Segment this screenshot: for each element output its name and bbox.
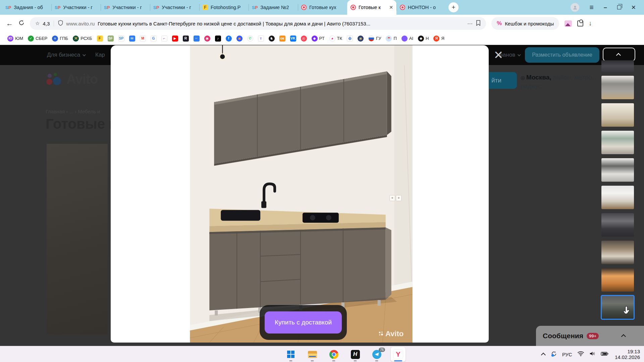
extensions-icon[interactable]: [577, 20, 583, 26]
gallery-thumbnail-6[interactable]: [601, 186, 634, 209]
telegram-icon[interactable]: 76: [369, 347, 384, 362]
tab-avito-active[interactable]: Готовые к✕: [347, 0, 396, 15]
bookmark-rutube[interactable]: R: [183, 36, 189, 42]
shield-icon[interactable]: [58, 20, 63, 27]
mailru-icon: ··: [194, 36, 200, 42]
browser-menu-icon[interactable]: ≡: [589, 3, 593, 11]
bookmark-vk[interactable]: VK: [290, 36, 296, 42]
tab-fotohosting[interactable]: FFotohosting.Р: [199, 0, 249, 15]
new-tab-button[interactable]: +: [448, 2, 459, 12]
bookmark-twitch[interactable]: ⌐: [161, 36, 167, 42]
bookmark-emblem[interactable]: ◉: [358, 36, 364, 42]
battery-icon[interactable]: [601, 351, 608, 357]
bookmark-instagram[interactable]: ◉: [204, 36, 210, 42]
lightbox-close-icon[interactable]: ✕: [491, 48, 506, 62]
bookmark-gazprombank[interactable]: ≈ГПБ: [52, 36, 68, 42]
start-button[interactable]: [283, 347, 298, 362]
tab-members-2[interactable]: SPУчастники - г: [101, 0, 150, 15]
search-submit-button[interactable]: йти: [489, 72, 517, 89]
bookmark-youtube[interactable]: ▶: [172, 36, 178, 42]
bookmark-tk[interactable]: ◕ТК: [329, 36, 342, 42]
bookmark-yoomoney[interactable]: ЮЮМ: [7, 36, 23, 42]
post-ad-button[interactable]: Разместить объявление: [525, 47, 599, 63]
bookmark-mail-blue[interactable]: ✉: [129, 36, 135, 42]
bookmark-n-star[interactable]: ◆Н: [418, 36, 429, 42]
bookmark-fotohosting[interactable]: F: [97, 36, 103, 42]
wifi-icon[interactable]: [577, 351, 584, 358]
bookmark-mailru[interactable]: ··: [194, 36, 200, 42]
minimize-icon[interactable]: –: [604, 4, 607, 11]
bookmark-bird-black[interactable]: ♞: [269, 36, 275, 42]
rating-star-icon[interactable]: ☆: [35, 20, 40, 26]
nav-for-business[interactable]: Для бизнеса: [47, 52, 85, 58]
sync-icon[interactable]: [551, 351, 557, 358]
bookmark-rshb[interactable]: ЖРСХБ: [73, 36, 92, 42]
omnibox-more-icon[interactable]: ⋯: [467, 20, 473, 27]
bookmark-rt[interactable]: ◆РТ: [312, 36, 325, 42]
bookmark-gosuslugi[interactable]: ГУ: [368, 36, 381, 42]
reload-icon[interactable]: [18, 19, 24, 27]
file-explorer-icon[interactable]: [305, 347, 320, 362]
tab-tasks[interactable]: SPЗадания - об: [2, 0, 51, 15]
profile-avatar[interactable]: [571, 3, 579, 12]
h-app-icon[interactable]: H: [348, 347, 363, 362]
back-icon[interactable]: ←: [6, 19, 13, 27]
tab-members-3[interactable]: SPУчастники - г: [150, 0, 199, 15]
collapse-panel-button[interactable]: [603, 48, 635, 61]
bookmark-ai[interactable]: AI: [401, 36, 413, 42]
nav-career[interactable]: Кар: [95, 52, 105, 58]
bookmark-sp[interactable]: SP: [118, 36, 124, 42]
tray-overflow-icon[interactable]: [541, 353, 546, 357]
bookmark-label: Н: [426, 36, 429, 41]
bookmark-f-multicolor[interactable]: ф: [347, 36, 353, 42]
avito-logo[interactable]: Avito: [46, 72, 98, 87]
kitchen-photo[interactable]: [190, 45, 413, 343]
gallery-thumbnail-1[interactable]: [601, 60, 634, 72]
breadcrumb[interactable]: Главная › ... › Мебель и: [46, 109, 100, 114]
bookmark-tiktok[interactable]: ♪: [215, 36, 221, 42]
buy-with-delivery-button[interactable]: Купить с доставкой: [265, 311, 342, 334]
bookmark-odnoklassniki[interactable]: ок: [279, 36, 285, 42]
bookmark-label: РСХБ: [80, 36, 92, 41]
chevron-up-icon[interactable]: [621, 334, 626, 339]
language-indicator[interactable]: РУС: [562, 352, 572, 357]
gallery-thumbnail-8[interactable]: [601, 241, 634, 264]
bookmark-avito-red[interactable]: ◎: [301, 36, 307, 42]
bookmark-app-blue[interactable]: ◉: [236, 36, 243, 42]
gallery-thumbnail-4[interactable]: [601, 131, 634, 154]
bookmark-gmail[interactable]: M: [140, 36, 146, 42]
tab-nonton[interactable]: НОНТОН - о: [396, 0, 446, 15]
taskbar-clock[interactable]: 19:13 14.02.2026: [615, 349, 640, 360]
url-domain[interactable]: www.avito.ru: [66, 21, 95, 26]
avito-logo-dots: [46, 72, 63, 87]
gallery-thumbnail-7[interactable]: [601, 213, 634, 237]
gallery-thumbnail-2[interactable]: [601, 76, 634, 99]
location-selector[interactable]: ◎Москва, район, метро, радиус: [521, 73, 605, 90]
volume-icon[interactable]: [589, 351, 596, 358]
bookmark-google[interactable]: G: [151, 36, 157, 42]
chrome-icon[interactable]: [326, 347, 341, 362]
bookmark-whatsapp[interactable]: ✆: [247, 36, 253, 42]
bookmark-yandex[interactable]: ЯЯ: [433, 36, 444, 42]
address-bar[interactable]: ☆ 4,3 www.avito.ru Готовые кухни купить …: [30, 17, 486, 30]
tab-task-2[interactable]: SPЗадание №2: [249, 0, 298, 15]
yandex-browser-icon[interactable]: Y: [391, 347, 406, 362]
close-window-icon[interactable]: ✕: [631, 4, 636, 11]
gallery-thumbnail-9[interactable]: [601, 268, 634, 292]
messages-panel[interactable]: Сообщения 99+: [536, 326, 644, 346]
gallery-thumbnail-5[interactable]: [601, 158, 634, 182]
bookmark-sf[interactable]: SF: [108, 36, 114, 42]
tab-close-icon[interactable]: ✕: [388, 5, 393, 10]
bookmark-facebook[interactable]: f: [226, 36, 232, 42]
gallery-thumbnail-3[interactable]: [601, 103, 634, 127]
bookmark-t-letter[interactable]: т: [258, 36, 264, 42]
tab-members-1[interactable]: SPУчастники - г: [51, 0, 101, 15]
downloads-icon[interactable]: ↓: [589, 20, 592, 27]
cashback-button[interactable]: % Кешбэк и промокоды: [491, 17, 559, 30]
bookmark-flag-icon[interactable]: [476, 20, 481, 27]
screenshot-extension-icon[interactable]: [565, 20, 572, 27]
bookmark-sber[interactable]: ✓СБЕР: [28, 36, 47, 42]
restore-icon[interactable]: [617, 5, 621, 9]
tab-avito-1[interactable]: Готовые кух: [298, 0, 347, 15]
bookmark-umbrella-p[interactable]: ☂П: [386, 36, 396, 42]
